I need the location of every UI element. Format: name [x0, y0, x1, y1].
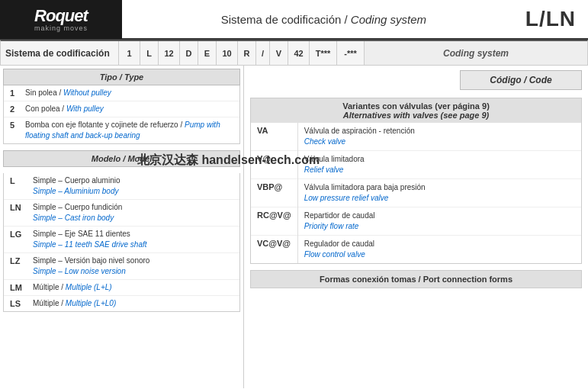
model-row-L: L Simple – Cuerpo aluminioSimple – Alumi… [4, 173, 239, 200]
variantes-header: Variantes con válvulas (ver página 9) Al… [251, 98, 581, 123]
tipo-row-1: 1 Sin polea / Without pulley [4, 85, 239, 101]
coding-cell-1: 1 [119, 41, 140, 65]
header-title-en: Coding system [351, 13, 426, 26]
coding-cell-dash: -*** [337, 41, 365, 65]
header-title: Sistema de codificación / Coding system [122, 13, 525, 26]
coding-cell-12: 12 [159, 41, 180, 65]
valve-row-RC@V@: RC@V@ Repartidor de caudalPriority flow … [251, 207, 581, 236]
logo-text: Roquet [34, 6, 88, 26]
model-row-LM: LM Múltiple / Multiple (L+L) [4, 280, 239, 296]
coding-cell-42: 42 [288, 41, 310, 65]
logo-sub: making moves [34, 24, 88, 32]
port-forms-box: Formas conexión tomas / Port connection … [250, 270, 582, 288]
coding-cell-D: D [180, 41, 198, 65]
coding-cell-R: R [238, 41, 256, 65]
modelo-section: L Simple – Cuerpo aluminioSimple – Alumi… [3, 173, 240, 312]
coding-label: Sistema de codificación [1, 41, 119, 65]
variantes-box: Variantes con válvulas (ver página 9) Al… [250, 98, 582, 264]
logo-area: Roquet making moves [0, 0, 122, 39]
left-panel: Tipo / Type 1 Sin polea / Without pulley… [0, 66, 244, 388]
valve-row-V@: V@ Válvula limitadoraRelief valve [251, 151, 581, 179]
modelo-header: Modelo / Model [3, 150, 240, 167]
tipo-row-2: 2 Con polea / With pulley [4, 101, 239, 117]
coding-cell-L: L [140, 41, 159, 65]
main-content: Tipo / Type 1 Sin polea / Without pulley… [0, 66, 588, 388]
valve-row-VC@V@: VC@V@ Regulador de caudalFlow control va… [251, 236, 581, 264]
valve-row-VA: VA Válvula de aspiración - retenciónChec… [251, 123, 581, 151]
coding-right-label: Coding system [365, 41, 587, 65]
right-panel: Código / Code Variantes con válvulas (ve… [244, 66, 588, 388]
page-header: Roquet making moves Sistema de codificac… [0, 0, 588, 40]
coding-cell-10: 10 [217, 41, 238, 65]
valve-row-VBP@: VBP@ Válvula limitadora para baja presió… [251, 179, 581, 207]
coding-cell-V: V [270, 41, 288, 65]
tipo-row-5: 5 Bomba con eje flotante y cojinete de r… [4, 117, 239, 143]
codigo-container: Código / Code [250, 70, 582, 95]
coding-cell-E: E [198, 41, 217, 65]
model-row-LS: LS Múltiple / Multiple (L+L0) [4, 296, 239, 311]
tipo-section: 1 Sin polea / Without pulley 2 Con polea… [3, 85, 240, 144]
port-forms-header: Formas conexión tomas / Port connection … [251, 271, 581, 288]
tipo-header: Tipo / Type [3, 69, 240, 85]
valve-table: VA Válvula de aspiración - retenciónChec… [251, 123, 581, 263]
coding-cell-slash: / [256, 41, 270, 65]
model-row-LZ: LZ Simple – Versión bajo nivel sonoroSim… [4, 253, 239, 280]
codigo-box: Código / Code [460, 70, 582, 90]
coding-row: Sistema de codificación 1 L 12 D E 10 R … [0, 40, 588, 66]
model-row-LG: LG Simple – Eje SAE 11 dientesSimple – 1… [4, 227, 239, 253]
header-code: L/LN [525, 7, 588, 31]
model-row-LN: LN Simple – Cuerpo fundiciónSimple – Cas… [4, 200, 239, 227]
coding-cell-T: T*** [310, 41, 337, 65]
header-title-es: Sistema de codificación / [221, 13, 348, 26]
